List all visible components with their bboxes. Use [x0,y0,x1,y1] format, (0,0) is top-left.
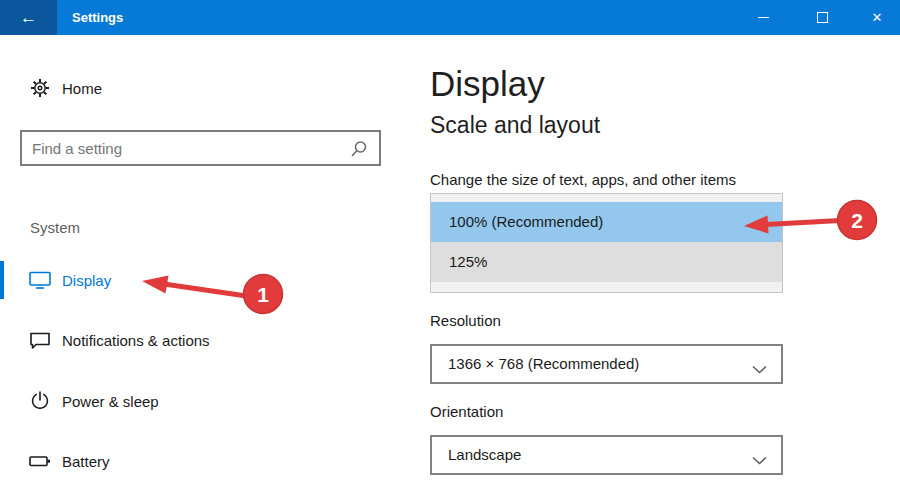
back-button[interactable]: ← [0,0,57,35]
sidebar-section-system: System [30,219,80,236]
scale-dropdown-list: 100% (Recommended) 125% [430,193,783,293]
sidebar-item-home[interactable]: Home [0,66,420,110]
sidebar-item-display[interactable]: Display [0,258,420,302]
resolution-value: 1366 × 768 (Recommended) [448,346,639,382]
minimize-icon [758,17,769,18]
maximize-icon [817,12,828,23]
power-icon [28,389,52,413]
back-arrow-icon: ← [20,8,37,28]
scale-option-100[interactable]: 100% (Recommended) [431,202,782,242]
close-button[interactable]: ✕ [854,0,900,35]
section-title: Scale and layout [430,112,600,139]
sidebar-item-label: Battery [62,453,110,470]
battery-icon [28,449,52,473]
sidebar-item-power-sleep[interactable]: Power & sleep [0,379,420,423]
scale-label: Change the size of text, apps, and other… [430,171,736,188]
scale-option-125[interactable]: 125% [431,242,782,282]
app-title: Settings [72,0,123,35]
search-icon[interactable] [349,139,369,163]
sidebar-item-label: Home [62,80,102,97]
gear-icon [28,76,52,100]
sidebar-item-battery[interactable]: Battery [0,439,420,483]
maximize-button[interactable] [799,0,845,35]
sidebar-item-label: Power & sleep [62,393,159,410]
sidebar-item-label: Notifications & actions [62,332,210,349]
settings-window: ← Settings ✕ Home [0,0,900,500]
sidebar-item-label: Display [62,272,111,289]
orientation-select[interactable]: Landscape [430,435,783,475]
orientation-label: Orientation [430,403,503,420]
chevron-down-icon [752,451,767,469]
search-box [20,130,381,166]
orientation-value: Landscape [448,437,521,473]
titlebar: ← Settings ✕ [0,0,900,35]
sidebar-item-notifications[interactable]: Notifications & actions [0,318,420,362]
resolution-label: Resolution [430,312,501,329]
page-title: Display [430,64,545,104]
annotation-number-2: 2 [851,209,863,232]
speech-bubble-icon [28,328,52,352]
monitor-icon [28,268,52,292]
minimize-button[interactable] [740,0,786,35]
search-input[interactable] [32,132,332,164]
close-icon: ✕ [872,11,883,24]
resolution-select[interactable]: 1366 × 768 (Recommended) [430,344,783,384]
chevron-down-icon [752,360,767,378]
annotation-circle-2: 2 [838,201,877,240]
